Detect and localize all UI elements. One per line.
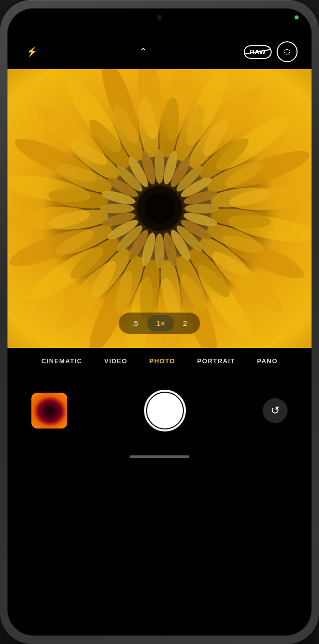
svg-point-63 (155, 233, 164, 268)
svg-point-57 (184, 204, 219, 214)
svg-point-76 (145, 194, 174, 223)
svg-point-51 (155, 149, 164, 184)
phone-screen: ⚡ ⌃ RAW (7, 8, 312, 636)
flip-camera-icon: ↺ (271, 404, 280, 417)
mode-pano[interactable]: PANO (246, 352, 289, 370)
mode-portrait[interactable]: PORTRAIT (186, 352, 246, 370)
last-photo-thumbnail[interactable] (31, 393, 67, 429)
home-bar[interactable] (130, 455, 189, 458)
shutter-inner-circle (147, 393, 183, 429)
flash-button[interactable]: ⚡ (21, 41, 42, 62)
raw-toggle[interactable]: RAW (244, 45, 272, 59)
zoom-0.5x-button[interactable]: .5 (123, 315, 147, 331)
chevron-up-icon: ⌃ (139, 47, 148, 57)
home-indicator-area (7, 447, 312, 465)
svg-point-69 (100, 204, 135, 214)
top-bar (7, 8, 312, 34)
front-camera (157, 15, 162, 20)
viewfinder[interactable]: .5 1× 2 (7, 69, 312, 348)
mode-selector: CINEMATIC VIDEO PHOTO PORTRAIT PANO (7, 348, 312, 374)
shutter-button[interactable] (144, 390, 186, 431)
zoom-controls: .5 1× 2 (119, 313, 200, 334)
camera-top-controls: ⚡ ⌃ RAW (7, 34, 312, 69)
mic-active-indicator (295, 15, 299, 19)
zoom-2x-button[interactable]: 2 (174, 315, 196, 331)
mode-cinematic[interactable]: CINEMATIC (30, 352, 93, 370)
chevron-up-button[interactable]: ⌃ (133, 41, 154, 62)
flip-camera-button[interactable]: ↺ (263, 398, 288, 423)
live-photo-icon (284, 49, 290, 55)
phone-frame: ⚡ ⌃ RAW (0, 0, 319, 644)
thumbnail-image (31, 393, 67, 429)
mode-photo[interactable]: PHOTO (139, 352, 186, 370)
mode-video[interactable]: VIDEO (93, 352, 138, 370)
lightning-icon: ⚡ (26, 46, 37, 57)
live-photo-button[interactable] (277, 41, 298, 62)
notch (127, 8, 192, 26)
camera-bottom-controls: ↺ (7, 374, 312, 447)
zoom-1x-button[interactable]: 1× (147, 315, 174, 331)
flower-overlay (7, 69, 312, 348)
